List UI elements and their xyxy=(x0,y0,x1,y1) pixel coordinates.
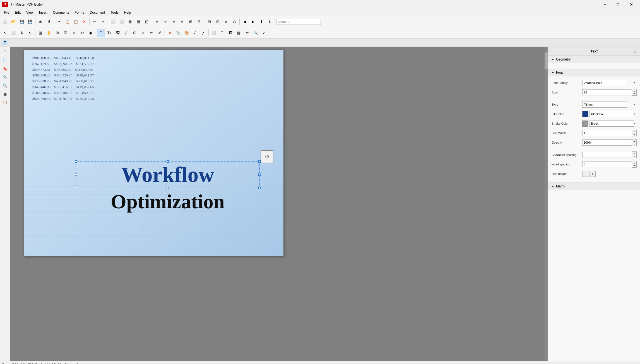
menu-insert[interactable]: Insert xyxy=(36,9,50,16)
font-family-input[interactable] xyxy=(582,80,627,86)
open-button[interactable]: 📂 xyxy=(9,18,17,26)
cut-button[interactable]: ✂ xyxy=(55,18,63,26)
next-section-button[interactable]: ⬇ xyxy=(266,18,274,26)
sidebar-attachments-icon[interactable]: 📎 xyxy=(1,73,9,81)
sidebar-select-icon[interactable]: ☰ xyxy=(1,48,9,56)
handle-mr[interactable] xyxy=(258,173,261,176)
size-input[interactable] xyxy=(582,89,632,95)
hand-tool[interactable]: ✋ xyxy=(45,29,53,37)
word-spacing-up-button[interactable]: ▲ xyxy=(632,161,636,164)
minimize-button[interactable]: − xyxy=(598,0,611,9)
matrix-section-header[interactable]: ▼ Matrix xyxy=(548,183,640,190)
check-tool[interactable]: ✓ xyxy=(260,29,268,37)
fill-color-swatch[interactable] xyxy=(582,111,588,117)
align-left-button[interactable]: ≡ xyxy=(153,18,161,26)
size-up-button[interactable]: ▲ xyxy=(632,89,636,92)
strikethrough-tool[interactable]: ╱ xyxy=(199,29,207,37)
close-button[interactable]: ✕ xyxy=(625,0,638,9)
extract-button[interactable]: ▦ xyxy=(126,18,134,26)
menu-forms[interactable]: Forms xyxy=(72,9,87,16)
email-button[interactable]: ✉ xyxy=(37,18,44,26)
underline-tool[interactable]: ╱ xyxy=(191,29,199,37)
prev-section-button[interactable]: ⬆ xyxy=(258,18,265,26)
eraser-tool[interactable]: ✐ xyxy=(156,29,163,37)
text-tool[interactable]: T xyxy=(97,29,105,37)
menu-comments[interactable]: Comments xyxy=(50,9,72,16)
stamp-tool[interactable]: ✏ xyxy=(243,29,251,37)
redo-button[interactable]: ↪ xyxy=(99,18,107,26)
handle-tm[interactable] xyxy=(167,160,169,163)
size-down-button[interactable]: ▼ xyxy=(632,92,636,95)
merge-button[interactable]: ◫ xyxy=(143,18,151,26)
delete-page-button[interactable]: ⬜ xyxy=(118,18,126,26)
handle-bm[interactable] xyxy=(167,187,169,189)
align-bottom-button[interactable]: ≡ xyxy=(178,18,186,26)
sidebar-pages-icon[interactable]: 📄 xyxy=(1,56,9,64)
ellipse-tool[interactable]: ○ xyxy=(139,29,147,37)
signature-tool[interactable]: ⊙ xyxy=(78,29,86,37)
stroke-color-swatch[interactable] xyxy=(582,120,588,127)
character-spacing-input[interactable] xyxy=(582,152,632,158)
select-tool[interactable]: ↖ xyxy=(1,29,9,37)
radio-tool[interactable]: ○ xyxy=(70,29,78,37)
undo-button[interactable]: ↩ xyxy=(91,18,98,26)
canvas-area[interactable]: $901,100.05 $605,049.45 $610,071.50 $767… xyxy=(10,47,548,361)
font-section-header[interactable]: ▼ Font xyxy=(548,69,640,76)
stroke-color-input[interactable] xyxy=(590,120,634,127)
new-button[interactable]: ⬜ xyxy=(1,18,9,26)
select-area-tool[interactable]: ⬜ xyxy=(9,29,17,37)
split-button[interactable]: ▦ xyxy=(134,18,142,26)
sidebar-stamps-icon[interactable]: 📋 xyxy=(1,98,9,106)
add-text-tool[interactable]: T+ xyxy=(105,29,113,37)
image-tool[interactable]: 🖼 xyxy=(114,29,122,37)
menu-view[interactable]: View xyxy=(23,9,36,16)
opacity-up-button[interactable]: ▲ xyxy=(632,139,636,143)
handle-tl[interactable] xyxy=(75,160,77,163)
rotate-handle[interactable]: ↺ xyxy=(261,150,273,163)
line-width-input[interactable] xyxy=(582,130,632,136)
handle-tr[interactable] xyxy=(258,160,261,163)
handle-bl[interactable] xyxy=(75,187,77,189)
distribute-h-button[interactable]: ⊡ xyxy=(205,18,213,26)
search-input[interactable] xyxy=(276,19,321,25)
center-v-button[interactable]: ⊟ xyxy=(195,18,203,26)
fill-color-input[interactable] xyxy=(590,111,634,117)
save-button[interactable]: 💾 xyxy=(18,18,26,26)
copy-button[interactable]: 📋 xyxy=(64,18,71,26)
word-spacing-down-button[interactable]: ▼ xyxy=(632,164,636,167)
prev-page-button[interactable]: ◀ xyxy=(241,18,249,26)
save-as-button[interactable]: 💾 xyxy=(26,18,34,26)
text-field-tool[interactable]: T xyxy=(218,29,226,37)
note-tool[interactable]: 📎 xyxy=(174,29,182,37)
menu-help[interactable]: Help xyxy=(121,9,134,16)
line-height-plus-button[interactable]: + xyxy=(590,171,596,177)
distribute-v-button[interactable]: ⊡ xyxy=(214,18,222,26)
crop-tool[interactable]: ⊞ xyxy=(53,29,61,37)
canvas-scrollbar[interactable] xyxy=(545,47,548,361)
word-spacing-input[interactable] xyxy=(582,161,632,167)
marquee-tool[interactable]: ↖ xyxy=(26,29,34,37)
center-h-button[interactable]: ⊞ xyxy=(187,18,194,26)
handle-ml[interactable] xyxy=(75,173,77,176)
link-tool[interactable]: ⬜ xyxy=(210,29,218,37)
opacity-down-button[interactable]: ▼ xyxy=(632,143,636,146)
print-button[interactable]: 🖨 xyxy=(45,18,53,26)
character-spacing-up-button[interactable]: ▲ xyxy=(632,152,636,155)
menu-tools[interactable]: Tools xyxy=(108,9,121,16)
opacity-input[interactable] xyxy=(582,139,632,146)
menu-file[interactable]: File xyxy=(1,9,12,16)
insert-page-button[interactable]: ⬜ xyxy=(109,18,117,26)
align-top-button[interactable]: ≡ xyxy=(170,18,178,26)
checkbox-tool[interactable]: ☑ xyxy=(62,29,69,37)
type-input[interactable] xyxy=(582,102,627,108)
line-width-down-button[interactable]: ▼ xyxy=(632,133,636,136)
group-button[interactable]: ⬡ xyxy=(230,18,238,26)
sidebar-layers-icon[interactable]: ▦ xyxy=(1,90,9,98)
maximize-button[interactable]: □ xyxy=(612,0,624,9)
paste-button[interactable]: 📋 xyxy=(72,18,80,26)
line-height-minus-button[interactable]: - xyxy=(582,171,588,177)
character-spacing-down-button[interactable]: ▼ xyxy=(632,155,636,158)
line-tool[interactable]: ╱ xyxy=(122,29,130,37)
highlight-tool[interactable]: ⊗ xyxy=(166,29,174,37)
menu-edit[interactable]: Edit xyxy=(12,9,23,16)
